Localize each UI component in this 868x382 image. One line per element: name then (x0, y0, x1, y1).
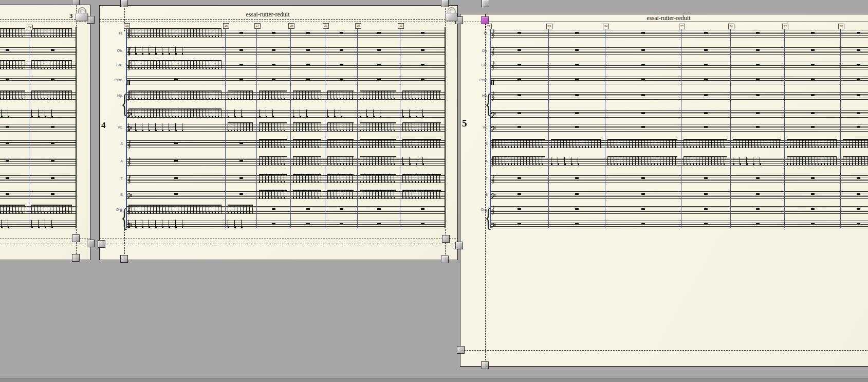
margin-handle[interactable] (72, 254, 80, 262)
bass-clef-icon (491, 111, 496, 120)
score-page[interactable]: 3{24 (0, 5, 90, 260)
whole-rest (811, 49, 815, 51)
whole-rest (421, 64, 424, 65)
whole-rest (272, 208, 275, 210)
margin-handle[interactable] (457, 346, 465, 354)
whole-rest (857, 32, 860, 33)
barline (548, 27, 549, 228)
whole-rest (641, 94, 645, 96)
margin-guide (100, 19, 458, 20)
note-run (228, 122, 253, 132)
note-run (360, 174, 396, 183)
bar-number-box[interactable]: 26 (223, 23, 229, 29)
page-title[interactable]: essai-rutter-reduit (647, 14, 690, 22)
score-page[interactable]: essai-rutter-reduit5Fl.Ob.Glk.Perc.Hp.{V… (460, 14, 868, 367)
whole-rest (575, 208, 579, 210)
note-run (787, 156, 837, 166)
margin-handle[interactable] (72, 234, 80, 242)
note-run (128, 219, 183, 228)
whole-rest (51, 142, 54, 144)
note-run (327, 156, 354, 166)
treble-clef-icon (127, 157, 132, 169)
whole-rest (641, 177, 645, 179)
bass-clef-icon (491, 221, 496, 230)
staff-label-s: S (100, 142, 123, 146)
whole-rest (174, 193, 178, 195)
selected-margin-handle[interactable] (481, 16, 489, 24)
note-run (31, 205, 72, 214)
whole-rest (174, 142, 178, 144)
staff-hp1 (490, 92, 868, 100)
bar-number-box[interactable]: 37 (782, 24, 788, 29)
system-line (445, 27, 446, 228)
lock-icon[interactable] (445, 8, 458, 22)
bar-number-box[interactable]: 30 (355, 23, 361, 29)
whole-rest (421, 208, 424, 210)
whole-rest (340, 79, 343, 80)
bar-number-box[interactable]: 36 (728, 24, 734, 29)
whole-rest (857, 126, 860, 128)
whole-rest (756, 94, 760, 96)
bar-number-box[interactable]: 28 (288, 23, 294, 29)
bass-clef-icon (491, 192, 496, 201)
margin-handle[interactable] (441, 256, 449, 263)
staff-label-hp1: Hp. (100, 94, 123, 98)
margin-handle[interactable] (482, 0, 489, 7)
bar-number-box[interactable]: 31 (398, 23, 404, 29)
note-run (128, 90, 221, 100)
bar-number-box[interactable]: 27 (254, 23, 261, 29)
margin-handle[interactable] (98, 240, 105, 248)
margin-handle[interactable] (120, 255, 128, 263)
note-run (327, 190, 354, 199)
margin-handle[interactable] (72, 0, 80, 5)
whole-rest (239, 64, 243, 65)
bar-number-box[interactable]: 33 (546, 24, 552, 29)
whole-rest (704, 177, 708, 179)
bar-number-box[interactable]: 32 (486, 24, 492, 29)
whole-rest (377, 32, 381, 33)
note-run (0, 28, 25, 38)
note-run (31, 28, 72, 38)
margin-handle[interactable] (455, 242, 463, 249)
whole-rest (857, 177, 860, 179)
note-run (293, 122, 321, 132)
staff-perc (126, 77, 445, 84)
lock-body (445, 13, 457, 21)
whole-rest (811, 126, 815, 128)
margin-handle[interactable] (87, 240, 95, 247)
bar-number-box[interactable]: 25 (124, 23, 130, 29)
whole-rest (518, 223, 521, 224)
whole-rest (518, 208, 521, 210)
treble-clef-icon (491, 91, 495, 103)
whole-rest (239, 79, 243, 80)
note-run (402, 139, 441, 148)
margin-handle[interactable] (441, 0, 449, 7)
bar-number-box[interactable]: 34 (603, 24, 609, 29)
treble-clef-icon (491, 205, 495, 217)
bass-clef-icon (491, 124, 496, 134)
whole-rest (857, 112, 860, 114)
whole-rest (272, 79, 275, 80)
margin-handle[interactable] (481, 361, 489, 369)
score-page[interactable]: essai-rutter-reduit4Fl.Ob.Glk.Perc.Hp.{V… (99, 5, 458, 260)
whole-rest (756, 49, 760, 51)
bar-number-box[interactable]: 24 (27, 25, 33, 30)
whole-rest (239, 32, 243, 33)
page-title[interactable]: essai-rutter-reduit (246, 11, 289, 19)
bar-number-box[interactable]: 35 (679, 24, 685, 29)
note-run (128, 122, 183, 132)
whole-rest (340, 49, 343, 51)
bar-number-box[interactable]: 29 (323, 23, 329, 29)
margin-handle[interactable] (442, 235, 450, 243)
staff-ob (490, 47, 868, 55)
lock-icon[interactable] (75, 8, 88, 22)
whole-rest (756, 32, 760, 33)
note-run (607, 156, 677, 166)
whole-rest (272, 32, 275, 33)
whole-rest (51, 79, 54, 80)
margin-handle[interactable] (120, 0, 128, 7)
note-run (843, 139, 868, 148)
whole-rest (6, 79, 9, 80)
bar-number-box[interactable]: 38 (838, 24, 844, 29)
note-run (293, 108, 312, 118)
